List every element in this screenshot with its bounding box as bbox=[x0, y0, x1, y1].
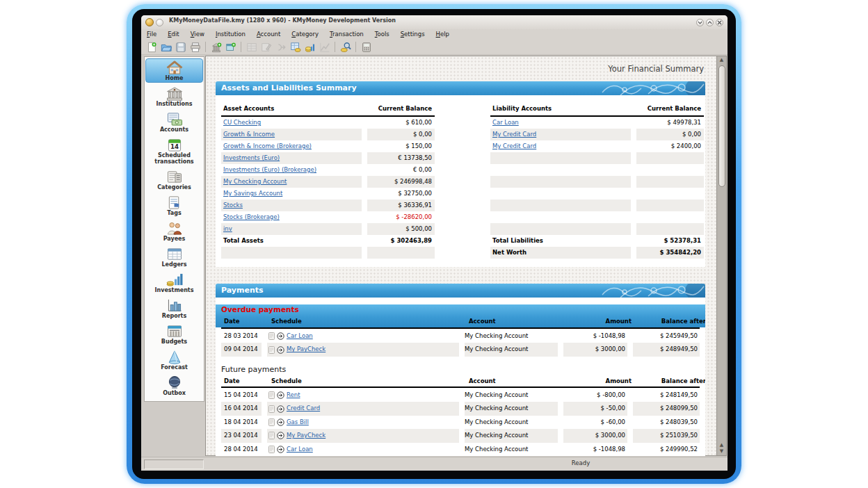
menu-edit[interactable]: Edit bbox=[162, 29, 184, 40]
new-institution-icon bbox=[211, 42, 222, 53]
asset-accounts-column-header: Asset Accounts bbox=[221, 101, 362, 115]
edit-schedule-icon[interactable] bbox=[268, 432, 275, 439]
account-link[interactable]: CU Checking bbox=[223, 119, 261, 126]
open-ledger-icon bbox=[246, 42, 257, 53]
menu-help[interactable]: Help bbox=[431, 29, 455, 40]
sidebar-item-ledgers[interactable]: Ledgers bbox=[145, 245, 203, 269]
schedule-link[interactable]: Rent bbox=[287, 389, 300, 402]
enter-schedule-icon[interactable] bbox=[277, 332, 284, 340]
sidebar-item-budgets[interactable]: Budgets bbox=[145, 322, 203, 346]
payment-balance-cell: $ 248039,50 bbox=[633, 416, 700, 429]
calculator-icon bbox=[361, 42, 372, 53]
goto-transfer-icon bbox=[275, 42, 287, 53]
payments-header-label: Payments bbox=[216, 284, 705, 298]
toolbar-save-file-button[interactable] bbox=[173, 40, 188, 54]
menu-account[interactable]: Account bbox=[251, 29, 286, 40]
account-link[interactable]: Growth & Income (Brokerage) bbox=[223, 143, 312, 149]
account-link[interactable]: Stocks (Brokerage) bbox=[223, 213, 280, 220]
toolbar-reconcile-button[interactable] bbox=[288, 40, 303, 54]
sidebar-item-scheduled-transactions[interactable]: 14Scheduled transactions bbox=[145, 136, 203, 166]
sidebar-item-reports[interactable]: Reports bbox=[145, 296, 203, 320]
sidebar-item-label: Forecast bbox=[146, 364, 202, 371]
sidebar-item-label: Scheduled transactions bbox=[146, 152, 202, 165]
sidebar-item-institutions[interactable]: Institutions bbox=[145, 84, 203, 108]
sidebar-item-investments[interactable]: Investments bbox=[145, 270, 203, 295]
toolbar-new-institution-button[interactable] bbox=[209, 40, 223, 54]
minimize-button[interactable] bbox=[696, 19, 704, 26]
asset-table-header: Asset Accounts Current Balance bbox=[221, 101, 435, 115]
account-link[interactable]: My Checking Account bbox=[223, 178, 287, 185]
menu-file[interactable]: File bbox=[141, 29, 162, 40]
column-header-balance-after: Balance after bbox=[639, 316, 705, 327]
edit-schedule-icon[interactable] bbox=[268, 391, 275, 399]
table-row: Investments (Euro)€ 13738,50 bbox=[221, 152, 435, 164]
toolbar-calculator-button[interactable] bbox=[359, 40, 373, 54]
account-name-cell: My Credit Card bbox=[490, 140, 631, 152]
schedule-link[interactable]: Car Loan bbox=[287, 443, 313, 456]
sidebar-item-label: Reports bbox=[146, 313, 202, 319]
enter-schedule-icon[interactable] bbox=[277, 405, 284, 413]
account-link[interactable]: My Credit Card bbox=[492, 143, 536, 149]
scroll-down-icon[interactable]: ▼ bbox=[717, 448, 726, 455]
column-header-schedule: Schedule bbox=[270, 376, 463, 387]
menu-transaction[interactable]: Transaction bbox=[324, 29, 369, 40]
edit-schedule-icon[interactable] bbox=[268, 418, 275, 426]
account-link[interactable]: Investments (Euro) bbox=[223, 154, 280, 161]
edit-schedule-icon[interactable] bbox=[268, 332, 275, 340]
schedule-link[interactable]: Credit Card bbox=[287, 402, 320, 415]
vertical-scrollbar[interactable]: ▲ ▲ ▼ bbox=[716, 56, 726, 455]
account-link[interactable]: Car Loan bbox=[492, 119, 519, 126]
toolbar-open-file-button[interactable] bbox=[159, 40, 173, 54]
balance-cell: $ 0,00 bbox=[367, 129, 435, 140]
toolbar-find-transaction-button[interactable] bbox=[338, 40, 353, 54]
sidebar-item-forecast[interactable]: Forecast bbox=[145, 348, 203, 372]
menu-view[interactable]: View bbox=[185, 29, 210, 40]
save-file-icon bbox=[175, 42, 186, 53]
menu-category[interactable]: Category bbox=[286, 29, 324, 40]
scroll-up-icon[interactable]: ▲ bbox=[717, 57, 726, 63]
edit-schedule-icon[interactable] bbox=[268, 446, 275, 453]
toolbar-new-file-button[interactable] bbox=[144, 40, 159, 54]
enter-schedule-icon[interactable] bbox=[277, 391, 284, 399]
close-button[interactable] bbox=[716, 19, 723, 26]
sidebar-item-home[interactable]: Home bbox=[145, 58, 203, 83]
scrollbar-thumb[interactable] bbox=[718, 65, 725, 187]
edit-schedule-icon[interactable] bbox=[268, 346, 275, 354]
enter-schedule-icon[interactable] bbox=[277, 446, 284, 453]
window-shade-button[interactable] bbox=[156, 19, 163, 26]
toolbar-new-account-button[interactable] bbox=[223, 40, 238, 54]
account-link[interactable]: Investments (Euro) (Brokerage) bbox=[223, 166, 316, 173]
account-link[interactable]: My Credit Card bbox=[492, 131, 536, 138]
menu-institution[interactable]: Institution bbox=[210, 29, 251, 40]
schedule-link[interactable]: My PayCheck bbox=[287, 429, 326, 442]
menu-tools[interactable]: Tools bbox=[369, 29, 395, 40]
table-row bbox=[490, 223, 704, 235]
sidebar-item-payees[interactable]: Payees bbox=[145, 219, 203, 243]
sidebar-item-accounts[interactable]: Accounts bbox=[145, 110, 203, 134]
schedule-link[interactable]: Gas Bill bbox=[287, 416, 309, 429]
title-bar[interactable]: KMyMoneyDataFile.kmy (1280 x 960) - KMyM… bbox=[141, 15, 728, 30]
sidebar-item-tags[interactable]: Tags bbox=[145, 193, 203, 218]
account-link[interactable]: Growth & Income bbox=[223, 131, 275, 138]
enter-schedule-icon[interactable] bbox=[277, 418, 284, 426]
payment-account-cell: My Checking Account bbox=[465, 343, 558, 356]
maximize-button[interactable] bbox=[706, 19, 714, 26]
enter-schedule-icon[interactable] bbox=[277, 346, 284, 354]
toolbar-print-button[interactable] bbox=[188, 40, 202, 54]
menu-settings[interactable]: Settings bbox=[395, 29, 431, 40]
account-name-cell bbox=[490, 188, 631, 200]
edit-schedule-icon[interactable] bbox=[268, 405, 275, 413]
scroll-up-icon[interactable]: ▲ bbox=[717, 442, 726, 448]
account-link[interactable]: Stocks bbox=[223, 202, 243, 209]
investments-icon bbox=[146, 273, 202, 287]
schedule-link[interactable]: Car Loan bbox=[287, 330, 313, 343]
sidebar-item-categories[interactable]: Categories bbox=[145, 168, 203, 192]
table-row: Car Loan$ 49978,31 bbox=[490, 117, 704, 129]
sidebar-item-outbox[interactable]: Outbox bbox=[145, 373, 203, 398]
account-link[interactable]: inv bbox=[223, 225, 232, 232]
enter-schedule-icon[interactable] bbox=[277, 432, 284, 439]
account-name-cell: My Savings Account bbox=[221, 188, 362, 200]
account-link[interactable]: My Savings Account bbox=[223, 190, 282, 197]
schedule-link[interactable]: My PayCheck bbox=[287, 343, 326, 356]
toolbar-update-prices-button[interactable] bbox=[303, 40, 317, 54]
